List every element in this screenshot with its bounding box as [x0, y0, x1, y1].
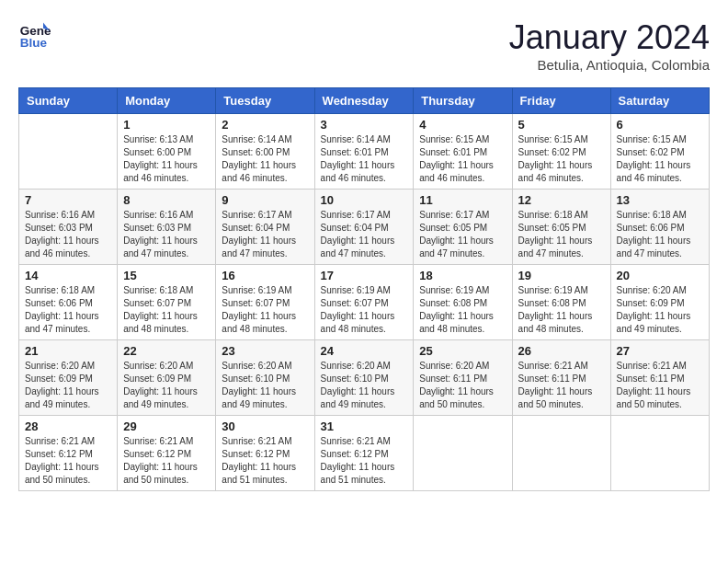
calendar-week-1: 1Sunrise: 6:13 AM Sunset: 6:00 PM Daylig…: [19, 114, 710, 190]
calendar-week-3: 14Sunrise: 6:18 AM Sunset: 6:06 PM Dayli…: [19, 265, 710, 340]
day-info: Sunrise: 6:20 AM Sunset: 6:11 PM Dayligh…: [419, 360, 506, 411]
calendar-day: 26Sunrise: 6:21 AM Sunset: 6:11 PM Dayli…: [512, 340, 610, 416]
day-number: 3: [321, 118, 408, 132]
day-header-saturday: Saturday: [610, 88, 709, 114]
day-info: Sunrise: 6:20 AM Sunset: 6:09 PM Dayligh…: [25, 360, 111, 411]
calendar-day: 18Sunrise: 6:19 AM Sunset: 6:08 PM Dayli…: [414, 265, 512, 340]
calendar-day: 27Sunrise: 6:21 AM Sunset: 6:11 PM Dayli…: [610, 340, 709, 416]
calendar-day: 1Sunrise: 6:13 AM Sunset: 6:00 PM Daylig…: [118, 114, 216, 190]
calendar-day: 13Sunrise: 6:18 AM Sunset: 6:06 PM Dayli…: [610, 190, 709, 265]
calendar-week-5: 28Sunrise: 6:21 AM Sunset: 6:12 PM Dayli…: [19, 416, 710, 491]
day-number: 19: [518, 269, 605, 282]
day-number: 25: [419, 344, 506, 358]
day-info: Sunrise: 6:19 AM Sunset: 6:07 PM Dayligh…: [222, 284, 308, 336]
day-info: Sunrise: 6:15 AM Sunset: 6:02 PM Dayligh…: [617, 133, 703, 185]
calendar-day: 17Sunrise: 6:19 AM Sunset: 6:07 PM Dayli…: [314, 265, 414, 340]
day-info: Sunrise: 6:14 AM Sunset: 6:00 PM Dayligh…: [222, 133, 308, 185]
day-info: Sunrise: 6:18 AM Sunset: 6:05 PM Dayligh…: [518, 209, 605, 260]
day-info: Sunrise: 6:21 AM Sunset: 6:11 PM Dayligh…: [518, 360, 605, 411]
day-number: 10: [321, 193, 408, 207]
day-number: 30: [222, 419, 308, 433]
day-info: Sunrise: 6:21 AM Sunset: 6:12 PM Dayligh…: [25, 435, 111, 487]
day-info: Sunrise: 6:18 AM Sunset: 6:06 PM Dayligh…: [25, 284, 111, 336]
day-number: 6: [617, 118, 703, 132]
day-info: Sunrise: 6:20 AM Sunset: 6:10 PM Dayligh…: [222, 360, 308, 411]
calendar-day: [512, 416, 610, 491]
day-info: Sunrise: 6:15 AM Sunset: 6:01 PM Dayligh…: [419, 133, 506, 185]
day-number: 29: [123, 419, 210, 433]
calendar-body: 1Sunrise: 6:13 AM Sunset: 6:00 PM Daylig…: [19, 114, 710, 491]
day-info: Sunrise: 6:20 AM Sunset: 6:09 PM Dayligh…: [123, 360, 210, 411]
day-info: Sunrise: 6:16 AM Sunset: 6:03 PM Dayligh…: [25, 209, 111, 260]
day-number: 26: [518, 344, 605, 358]
location-subtitle: Betulia, Antioquia, Colombia: [509, 57, 710, 73]
calendar-day: [610, 416, 709, 491]
day-header-thursday: Thursday: [414, 88, 512, 114]
day-number: 18: [419, 269, 506, 282]
day-info: Sunrise: 6:21 AM Sunset: 6:12 PM Dayligh…: [321, 435, 408, 487]
logo-icon: General Blue: [18, 18, 51, 52]
day-number: 7: [25, 193, 111, 207]
calendar-day: [19, 114, 118, 190]
day-info: Sunrise: 6:17 AM Sunset: 6:05 PM Dayligh…: [419, 209, 506, 260]
calendar-day: 23Sunrise: 6:20 AM Sunset: 6:10 PM Dayli…: [216, 340, 314, 416]
day-number: 17: [321, 269, 408, 282]
day-info: Sunrise: 6:15 AM Sunset: 6:02 PM Dayligh…: [518, 133, 605, 185]
calendar-day: 11Sunrise: 6:17 AM Sunset: 6:05 PM Dayli…: [414, 190, 512, 265]
day-number: 14: [25, 269, 111, 282]
day-number: 4: [419, 118, 506, 132]
day-number: 8: [123, 193, 210, 207]
day-info: Sunrise: 6:17 AM Sunset: 6:04 PM Dayligh…: [321, 209, 408, 260]
calendar-day: 12Sunrise: 6:18 AM Sunset: 6:05 PM Dayli…: [512, 190, 610, 265]
day-number: 13: [617, 193, 703, 207]
day-info: Sunrise: 6:19 AM Sunset: 6:07 PM Dayligh…: [321, 284, 408, 336]
day-number: 23: [222, 344, 308, 358]
day-info: Sunrise: 6:18 AM Sunset: 6:06 PM Dayligh…: [617, 209, 703, 260]
calendar-day: 30Sunrise: 6:21 AM Sunset: 6:12 PM Dayli…: [216, 416, 314, 491]
calendar-day: 14Sunrise: 6:18 AM Sunset: 6:06 PM Dayli…: [19, 265, 118, 340]
svg-text:Blue: Blue: [20, 36, 48, 50]
day-number: 12: [518, 193, 605, 207]
day-number: 2: [222, 118, 308, 132]
day-info: Sunrise: 6:19 AM Sunset: 6:08 PM Dayligh…: [419, 284, 506, 336]
day-number: 5: [518, 118, 605, 132]
day-number: 15: [123, 269, 210, 282]
day-info: Sunrise: 6:17 AM Sunset: 6:04 PM Dayligh…: [222, 209, 308, 260]
day-number: 9: [222, 193, 308, 207]
day-info: Sunrise: 6:20 AM Sunset: 6:10 PM Dayligh…: [321, 360, 408, 411]
calendar-day: 20Sunrise: 6:20 AM Sunset: 6:09 PM Dayli…: [610, 265, 709, 340]
calendar-table: SundayMondayTuesdayWednesdayThursdayFrid…: [18, 87, 710, 491]
day-info: Sunrise: 6:21 AM Sunset: 6:11 PM Dayligh…: [617, 360, 703, 411]
day-header-sunday: Sunday: [19, 88, 118, 114]
calendar-day: 4Sunrise: 6:15 AM Sunset: 6:01 PM Daylig…: [414, 114, 512, 190]
day-number: 31: [321, 419, 408, 433]
day-header-wednesday: Wednesday: [314, 88, 414, 114]
calendar-day: 21Sunrise: 6:20 AM Sunset: 6:09 PM Dayli…: [19, 340, 118, 416]
calendar-day: 6Sunrise: 6:15 AM Sunset: 6:02 PM Daylig…: [610, 114, 709, 190]
calendar-day: 8Sunrise: 6:16 AM Sunset: 6:03 PM Daylig…: [118, 190, 216, 265]
title-block: January 2024 Betulia, Antioquia, Colombi…: [509, 18, 710, 73]
day-info: Sunrise: 6:14 AM Sunset: 6:01 PM Dayligh…: [321, 133, 408, 185]
logo: General Blue: [18, 18, 51, 52]
day-number: 20: [617, 269, 703, 282]
day-info: Sunrise: 6:21 AM Sunset: 6:12 PM Dayligh…: [222, 435, 308, 487]
day-info: Sunrise: 6:21 AM Sunset: 6:12 PM Dayligh…: [123, 435, 210, 487]
day-header-monday: Monday: [118, 88, 216, 114]
calendar-day: 15Sunrise: 6:18 AM Sunset: 6:07 PM Dayli…: [118, 265, 216, 340]
day-number: 21: [25, 344, 111, 358]
day-number: 22: [123, 344, 210, 358]
calendar-header-row: SundayMondayTuesdayWednesdayThursdayFrid…: [19, 88, 710, 114]
calendar-day: 16Sunrise: 6:19 AM Sunset: 6:07 PM Dayli…: [216, 265, 314, 340]
calendar-day: 28Sunrise: 6:21 AM Sunset: 6:12 PM Dayli…: [19, 416, 118, 491]
calendar-day: 3Sunrise: 6:14 AM Sunset: 6:01 PM Daylig…: [314, 114, 414, 190]
calendar-week-4: 21Sunrise: 6:20 AM Sunset: 6:09 PM Dayli…: [19, 340, 710, 416]
calendar-day: 5Sunrise: 6:15 AM Sunset: 6:02 PM Daylig…: [512, 114, 610, 190]
calendar-day: 19Sunrise: 6:19 AM Sunset: 6:08 PM Dayli…: [512, 265, 610, 340]
day-number: 27: [617, 344, 703, 358]
day-header-tuesday: Tuesday: [216, 88, 314, 114]
calendar-day: 9Sunrise: 6:17 AM Sunset: 6:04 PM Daylig…: [216, 190, 314, 265]
day-info: Sunrise: 6:16 AM Sunset: 6:03 PM Dayligh…: [123, 209, 210, 260]
calendar-day: 22Sunrise: 6:20 AM Sunset: 6:09 PM Dayli…: [118, 340, 216, 416]
calendar-day: 24Sunrise: 6:20 AM Sunset: 6:10 PM Dayli…: [314, 340, 414, 416]
day-info: Sunrise: 6:18 AM Sunset: 6:07 PM Dayligh…: [123, 284, 210, 336]
